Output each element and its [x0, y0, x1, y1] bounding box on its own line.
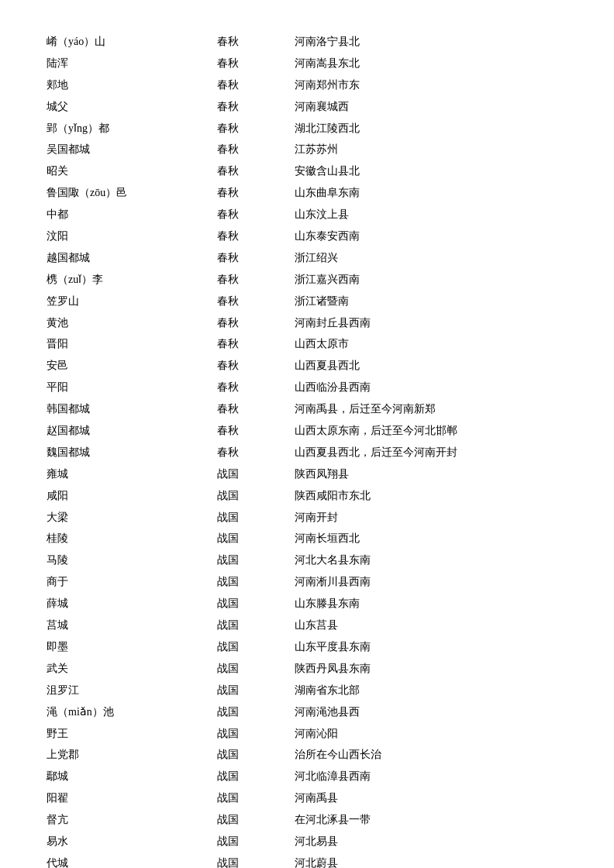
table-row: 野王战国河南沁阳	[47, 723, 567, 745]
cell-period: 战国	[217, 659, 295, 679]
table-row: 城父春秋河南襄城西	[47, 96, 567, 118]
cell-name: 晋阳	[47, 334, 217, 354]
cell-location: 治所在今山西长治	[295, 745, 567, 765]
cell-period: 战国	[217, 486, 295, 506]
cell-period: 战国	[217, 745, 295, 765]
table-row: 晋阳春秋山西太原市	[47, 333, 567, 355]
table-row: 莒城战国山东莒县	[47, 615, 567, 636]
cell-location: 山东曲阜东南	[295, 183, 567, 203]
table-row: 雍城战国陕西凤翔县	[47, 463, 567, 485]
cell-name: 鄢城	[47, 766, 217, 787]
cell-period: 战国	[217, 788, 295, 808]
table-row: 武关战国陕西丹凤县东南	[47, 658, 567, 680]
cell-name: 赵国都城	[47, 421, 217, 441]
cell-period: 战国	[217, 615, 295, 636]
cell-location: 陕西丹凤县东南	[295, 659, 567, 679]
cell-location: 河南沁阳	[295, 724, 567, 744]
cell-location: 山东汶上县	[295, 205, 567, 225]
cell-name: 莒城	[47, 615, 217, 636]
cell-name: 平阳	[47, 377, 217, 398]
table-row: 中都春秋山东汶上县	[47, 204, 567, 226]
cell-location: 河北易县	[295, 832, 567, 852]
cell-name: 即墨	[47, 637, 217, 657]
table-row: 上党郡战国治所在今山西长治	[47, 744, 567, 766]
table-row: 越国都城春秋浙江绍兴	[47, 247, 567, 269]
cell-name: 郏地	[47, 75, 217, 95]
cell-name: 大梁	[47, 508, 217, 528]
cell-period: 战国	[217, 508, 295, 528]
cell-location: 山西夏县西北，后迁至今河南开封	[295, 443, 567, 463]
table-row: 黄池春秋河南封丘县西南	[47, 312, 567, 334]
cell-location: 山西太原东南，后迁至今河北邯郸	[295, 421, 567, 441]
cell-location: 陕西凤翔县	[295, 464, 567, 484]
cell-name: 雍城	[47, 464, 217, 484]
cell-name: 郢（yǐng）都	[47, 119, 217, 139]
cell-name: 陆浑	[47, 53, 217, 74]
cell-location: 河南淅川县西南	[295, 572, 567, 592]
table-row: 商于战国河南淅川县西南	[47, 571, 567, 593]
table-row: 渑（miǎn）池战国河南渑池县西	[47, 701, 567, 723]
table-row: 汶阳春秋山东泰安西南	[47, 226, 567, 247]
cell-location: 河南嵩县东北	[295, 53, 567, 74]
table-row: 易水战国河北易县	[47, 831, 567, 852]
table-row: 槜（zuǐ）李春秋浙江嘉兴西南	[47, 269, 567, 291]
table-row: 大梁战国河南开封	[47, 507, 567, 529]
table-row: 马陵战国河北大名县东南	[47, 549, 567, 571]
cell-name: 咸阳	[47, 486, 217, 506]
table-row: 即墨战国山东平度县东南	[47, 636, 567, 658]
cell-name: 阳翟	[47, 788, 217, 808]
table-row: 昭关春秋安徽含山县北	[47, 160, 567, 182]
cell-location: 山东莒县	[295, 615, 567, 636]
cell-name: 鲁国陬（zōu）邑	[47, 183, 217, 203]
cell-location: 湖北江陵西北	[295, 119, 567, 139]
table-row: 咸阳战国陕西咸阳市东北	[47, 485, 567, 507]
cell-period: 战国	[217, 680, 295, 701]
main-table: 崤（yáo）山春秋河南洛宁县北陆浑春秋河南嵩县东北郏地春秋河南郑州市东城父春秋河…	[47, 31, 567, 868]
cell-location: 山西太原市	[295, 334, 567, 354]
table-row: 郢（yǐng）都春秋湖北江陵西北	[47, 118, 567, 140]
cell-name: 野王	[47, 724, 217, 744]
cell-period: 春秋	[217, 53, 295, 74]
cell-name: 马陵	[47, 550, 217, 570]
cell-period: 春秋	[217, 161, 295, 181]
cell-period: 战国	[217, 724, 295, 744]
cell-name: 越国都城	[47, 248, 217, 268]
cell-name: 桂陵	[47, 529, 217, 549]
cell-name: 魏国都城	[47, 443, 217, 463]
cell-period: 春秋	[217, 377, 295, 398]
cell-period: 春秋	[217, 140, 295, 160]
cell-period: 春秋	[217, 443, 295, 463]
cell-name: 韩国都城	[47, 399, 217, 419]
cell-period: 春秋	[217, 119, 295, 139]
cell-location: 山东泰安西南	[295, 226, 567, 246]
cell-period: 春秋	[217, 183, 295, 203]
cell-location: 河北蔚县	[295, 853, 567, 868]
cell-name: 黄池	[47, 313, 217, 333]
cell-name: 槜（zuǐ）李	[47, 270, 217, 290]
cell-period: 春秋	[217, 248, 295, 268]
cell-name: 安邑	[47, 356, 217, 376]
cell-name: 汶阳	[47, 226, 217, 246]
cell-location: 河北大名县东南	[295, 550, 567, 570]
cell-period: 战国	[217, 594, 295, 614]
cell-name: 沮罗江	[47, 680, 217, 701]
cell-location: 浙江绍兴	[295, 248, 567, 268]
cell-period: 春秋	[217, 334, 295, 354]
table-row: 吴国都城春秋江苏苏州	[47, 139, 567, 160]
table-row: 代城战国河北蔚县	[47, 852, 567, 868]
table-row: 崤（yáo）山春秋河南洛宁县北	[47, 31, 567, 53]
cell-period: 春秋	[217, 421, 295, 441]
cell-period: 春秋	[217, 313, 295, 333]
cell-period: 战国	[217, 810, 295, 830]
cell-period: 战国	[217, 702, 295, 722]
cell-location: 在河北涿县一带	[295, 810, 567, 830]
cell-period: 战国	[217, 766, 295, 787]
cell-location: 河南禹县，后迁至今河南新郑	[295, 399, 567, 419]
table-row: 沮罗江战国湖南省东北部	[47, 680, 567, 701]
cell-period: 春秋	[217, 399, 295, 419]
cell-location: 浙江嘉兴西南	[295, 270, 567, 290]
cell-period: 春秋	[217, 97, 295, 117]
cell-location: 山西夏县西北	[295, 356, 567, 376]
table-row: 鄢城战国河北临漳县西南	[47, 766, 567, 787]
cell-name: 昭关	[47, 161, 217, 181]
